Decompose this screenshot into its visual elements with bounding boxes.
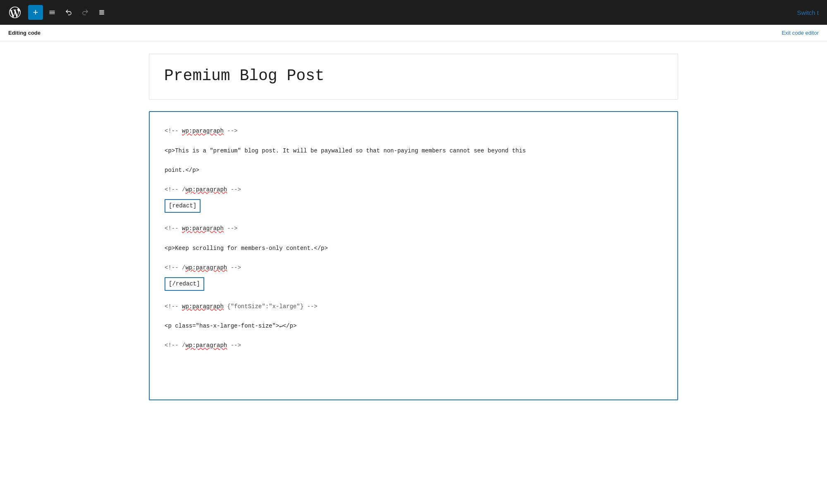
toolbar: + Switch t xyxy=(0,0,827,25)
code-line: <!-- /wp:paragraph --> xyxy=(165,340,662,351)
toolbar-actions: + xyxy=(28,5,109,20)
editing-code-label: Editing code xyxy=(8,30,41,36)
exit-code-editor-button[interactable]: Exit code editor xyxy=(782,30,819,36)
code-line: <!-- wp:paragraph --> xyxy=(165,223,662,234)
redo-icon xyxy=(81,9,89,16)
wordpress-logo-icon xyxy=(8,6,22,19)
main-content: Premium Blog Post <!-- wp:paragraph --> … xyxy=(124,41,703,413)
editing-bar: Editing code Exit code editor xyxy=(0,25,827,41)
code-editor[interactable]: <!-- wp:paragraph --> <p>This is a "prem… xyxy=(149,111,678,400)
code-line: <!-- wp:paragraph --> xyxy=(165,126,662,136)
tools-icon xyxy=(48,9,56,16)
shortcode-end-redact-line: [/redact] xyxy=(165,276,662,292)
code-line: <!-- wp:paragraph {"fontSize":"x-large"}… xyxy=(165,302,662,312)
tools-button[interactable] xyxy=(45,5,60,20)
code-line: <!-- /wp:paragraph --> xyxy=(165,185,662,195)
list-view-button[interactable] xyxy=(94,5,109,20)
switch-button[interactable]: Switch t xyxy=(797,9,819,16)
wp-logo[interactable] xyxy=(5,0,25,25)
code-content: <!-- wp:paragraph --> <p>This is a "prem… xyxy=(165,126,662,351)
post-title: Premium Blog Post xyxy=(164,66,663,86)
redo-button[interactable] xyxy=(78,5,93,20)
code-line: <!-- /wp:paragraph --> xyxy=(165,263,662,273)
redact-shortcode: [redact] xyxy=(165,199,201,213)
code-line: <p class="has-x-large-font-size">↵</p> xyxy=(165,321,662,331)
undo-icon xyxy=(65,9,72,16)
code-line: point.</p> xyxy=(165,165,662,176)
add-block-button[interactable]: + xyxy=(28,5,43,20)
code-line: <p>Keep scrolling for members-only conte… xyxy=(165,243,662,254)
shortcode-redact-line: [redact] xyxy=(165,197,662,214)
code-line: <p>This is a "premium" blog post. It wil… xyxy=(165,146,662,156)
list-view-icon xyxy=(98,9,105,16)
end-redact-shortcode: [/redact] xyxy=(165,277,204,291)
undo-button[interactable] xyxy=(61,5,76,20)
title-box: Premium Blog Post xyxy=(149,54,678,100)
